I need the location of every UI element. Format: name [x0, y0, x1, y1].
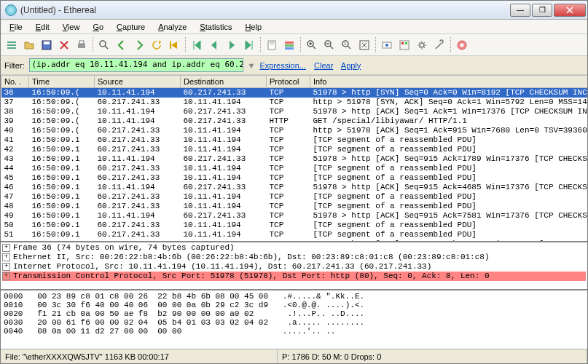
zoom-reset-icon[interactable] [356, 37, 372, 53]
svg-rect-0 [7, 41, 16, 43]
cell-src: 10.11.41.194 [95, 183, 181, 192]
menu-statistics[interactable]: Statistics [194, 21, 238, 33]
menu-go[interactable]: Go [87, 21, 109, 33]
cell-src: 60.217.241.33 [95, 202, 181, 211]
packet-row[interactable]: 4816:50:09.160.217.241.3310.11.41.194TCP… [1, 202, 588, 211]
expand-icon[interactable]: + [2, 253, 10, 261]
filter-expression-link[interactable]: Expression... [259, 61, 306, 70]
filter-input[interactable]: (ip.addr eq 10.11.41.194 and ip.addr eq … [29, 58, 243, 72]
cell-time: 16:50:09.( [29, 126, 95, 135]
menu-edit[interactable]: Edit [30, 21, 55, 33]
column-header[interactable]: Source [95, 76, 181, 88]
packet-row[interactable]: 3716:50:09.(60.217.241.3310.11.41.194TCP… [1, 98, 588, 107]
filters-icon[interactable] [396, 37, 412, 53]
capture-options-icon[interactable] [379, 37, 395, 53]
filter-apply-link[interactable]: Apply [341, 61, 361, 70]
tree-item[interactable]: +Internet Protocol, Src: 10.11.41.194 (1… [2, 262, 586, 272]
filter-bar: Filter: (ip.addr eq 10.11.41.194 and ip.… [1, 56, 587, 75]
tree-item[interactable]: +Frame 36 (74 bytes on wire, 74 bytes ca… [2, 243, 586, 253]
page-icon[interactable] [264, 37, 280, 53]
close-icon[interactable] [56, 37, 72, 53]
column-header[interactable]: Info [310, 76, 588, 88]
cell-info: [TCP segment of a reassembled PDU] [310, 164, 588, 173]
packet-row[interactable]: 4016:50:09.(60.217.241.3310.11.41.194TCP… [1, 126, 588, 135]
maximize-button[interactable]: ❐ [532, 4, 552, 17]
cell-info: [TCP segment of a reassembled PDU] [310, 221, 588, 230]
packet-row[interactable]: 4216:50:09.160.217.241.3310.11.41.194TCP… [1, 145, 588, 154]
settings-icon[interactable] [414, 37, 430, 53]
cell-proto: TCP [267, 88, 310, 98]
colorize-icon[interactable] [281, 37, 297, 53]
menu-help[interactable]: Help [239, 21, 267, 33]
back-icon[interactable] [114, 37, 130, 53]
menu-file[interactable]: File [4, 21, 28, 33]
svg-rect-22 [400, 41, 409, 50]
packet-row[interactable]: 5116:50:09.160.217.241.3310.11.41.194TCP… [1, 230, 588, 240]
packet-row[interactable]: 3816:50:09.(10.11.41.19460.217.241.33TCP… [1, 107, 588, 116]
go-last-icon[interactable] [241, 37, 257, 53]
cell-time: 16:50:09.( [29, 98, 95, 107]
go-prev-icon[interactable] [206, 37, 222, 53]
packet-header-row: No. .TimeSourceDestinationProtocolInfo [1, 76, 588, 88]
cell-no: 41 [1, 135, 29, 145]
svg-point-21 [385, 44, 388, 47]
zoom-fit-icon[interactable]: 1 [339, 37, 355, 53]
find-icon[interactable] [96, 37, 112, 53]
cell-no: 50 [1, 221, 29, 230]
column-header[interactable]: Time [29, 76, 95, 88]
cell-src: 60.217.241.33 [95, 135, 181, 145]
cell-info: 51978 > http [ACK] Seq=915 Ack=4685 Win=… [310, 183, 588, 192]
packet-list-pane[interactable]: No. .TimeSourceDestinationProtocolInfo 3… [1, 75, 587, 242]
zoom-out-icon[interactable] [321, 37, 337, 53]
close-button[interactable] [554, 4, 586, 17]
packet-row[interactable]: 4616:50:09.110.11.41.19460.217.241.33TCP… [1, 183, 588, 192]
save-icon[interactable] [39, 37, 55, 53]
expand-icon[interactable]: + [2, 272, 10, 280]
tree-item[interactable]: +Transmission Control Protocol, Src Port… [2, 272, 586, 281]
skip-icon[interactable] [166, 37, 182, 53]
packet-row[interactable]: 4716:50:09.160.217.241.3310.11.41.194TCP… [1, 192, 588, 202]
packet-row[interactable]: 4916:50:09.110.11.41.19460.217.241.33TCP… [1, 211, 588, 221]
packet-details-pane[interactable]: +Frame 36 (74 bytes on wire, 74 bytes ca… [1, 242, 587, 290]
cell-dst: 60.217.241.33 [181, 183, 267, 192]
column-header[interactable]: Destination [181, 76, 267, 88]
menu-capture[interactable]: Capture [111, 21, 151, 33]
menu-view[interactable]: View [57, 21, 86, 33]
packet-bytes-pane[interactable]: 0000 00 23 89 c8 01 c8 00 26 22 b8 4b 6b… [1, 290, 587, 349]
filter-clear-link[interactable]: Clear [314, 61, 333, 70]
open-icon[interactable] [21, 37, 37, 53]
tree-item[interactable]: +Ethernet II, Src: 00:26:22:b8:4b:6b (00… [2, 253, 586, 262]
packet-row[interactable]: 4116:50:09.160.217.241.3310.11.41.194TCP… [1, 135, 588, 145]
cell-src: 60.217.241.33 [95, 98, 181, 107]
column-header[interactable]: Protocol [267, 76, 310, 88]
cell-dst: 10.11.41.194 [181, 221, 267, 230]
go-next-icon[interactable] [224, 37, 240, 53]
svg-rect-8 [170, 41, 171, 49]
zoom-in-icon[interactable] [304, 37, 320, 53]
status-bar: File: "\etherXXXXQW5JTV" 1163 KB 00:00:1… [1, 349, 587, 363]
packet-row[interactable]: 4316:50:09.110.11.41.19460.217.241.33TCP… [1, 154, 588, 164]
cell-src: 60.217.241.33 [95, 192, 181, 202]
column-header[interactable]: No. . [1, 76, 29, 88]
packet-row[interactable]: 4416:50:09.160.217.241.3310.11.41.194TCP… [1, 164, 588, 173]
expand-icon[interactable]: + [2, 244, 10, 252]
list-icon[interactable] [4, 37, 20, 53]
menu-analyze[interactable]: Analyze [152, 21, 192, 33]
packet-row[interactable]: 3916:50:09.(10.11.41.19460.217.241.33HTT… [1, 116, 588, 126]
go-first-icon[interactable] [189, 37, 205, 53]
reload-icon[interactable] [149, 37, 165, 53]
packet-row[interactable]: 3616:50:09.(10.11.41.19460.217.241.33TCP… [1, 88, 588, 98]
cell-no: 48 [1, 202, 29, 211]
forward-icon[interactable] [131, 37, 147, 53]
print-icon[interactable] [74, 37, 90, 53]
expand-icon[interactable]: + [2, 263, 10, 271]
packet-row[interactable]: 5016:50:09.160.217.241.3310.11.41.194TCP… [1, 221, 588, 230]
minimize-button[interactable]: — [510, 4, 530, 17]
tools-icon[interactable] [431, 37, 447, 53]
packet-row[interactable]: 4516:50:09.160.217.241.3310.11.41.194TCP… [1, 173, 588, 183]
cell-no: 47 [1, 192, 29, 202]
cell-info: [TCP segment of a reassembled PDU] [310, 192, 588, 202]
help-icon[interactable] [454, 37, 470, 53]
toolbar-separator [93, 37, 93, 53]
svg-point-27 [460, 43, 464, 47]
